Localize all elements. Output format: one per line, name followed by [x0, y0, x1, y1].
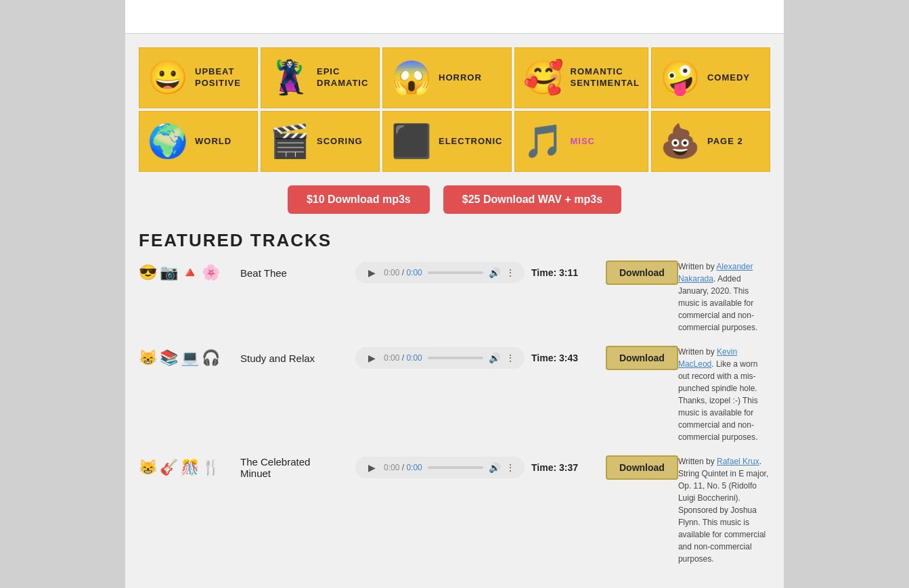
- scoring-icon: 🎬: [269, 125, 310, 158]
- misc-label: MISC: [571, 136, 596, 148]
- progress-bar-2[interactable]: [428, 466, 483, 469]
- track-name-1: Study and Relax: [240, 353, 349, 364]
- upbeat-positive-label: UPBEAT POSITIVE: [195, 66, 241, 89]
- main-container: 😀UPBEAT POSITIVE🦹EPIC DRAMATIC😱HORROR🥰RO…: [125, 34, 784, 588]
- more-button-1[interactable]: ⋮: [506, 353, 515, 363]
- track-left-0: 😎📷🔺🌸Beat Thee▶0:00 / 0:00🔊⋮Time: 3:11Dow…: [139, 261, 678, 285]
- download-buttons: $10 Download mp3s $25 Download WAV + mp3…: [139, 185, 770, 214]
- track-time-1: Time: 3:43: [531, 353, 599, 363]
- epic-dramatic-label: EPIC DRAMATIC: [317, 66, 368, 89]
- play-button-1[interactable]: ▶: [365, 351, 378, 365]
- audio-player-0: ▶0:00 / 0:00🔊⋮: [355, 262, 525, 284]
- progress-bar-0[interactable]: [428, 271, 483, 274]
- track-row-1: 😸📚💻🎧Study and Relax▶0:00 / 0:00🔊⋮Time: 3…: [139, 346, 770, 443]
- world-label: WORLD: [195, 136, 231, 148]
- comedy-label: COMEDY: [707, 72, 750, 84]
- track-icon: 📷: [160, 264, 178, 281]
- download-mp3-button[interactable]: $10 Download mp3s: [288, 185, 430, 214]
- electronic-label: ELECTRONIC: [439, 136, 503, 148]
- track-icon: 😸: [139, 459, 157, 476]
- track-icon: 🎸: [160, 459, 178, 476]
- track-left-1: 😸📚💻🎧Study and Relax▶0:00 / 0:00🔊⋮Time: 3…: [139, 346, 678, 370]
- time-display-0: 0:00 / 0:00: [384, 268, 422, 277]
- featured-tracks-title: FEATURED TRACKS: [139, 230, 770, 251]
- track-author-link-1[interactable]: Kevin MacLeod: [678, 347, 737, 369]
- progress-bar-1[interactable]: [428, 357, 483, 359]
- more-button-0[interactable]: ⋮: [506, 267, 515, 278]
- track-icons-2: 😸🎸🎊🍴: [139, 459, 234, 476]
- track-icon: 🍴: [202, 459, 220, 476]
- download-wav-button[interactable]: $25 Download WAV + mp3s: [443, 185, 621, 214]
- scoring-label: SCORING: [317, 136, 363, 148]
- horror-label: HORROR: [439, 72, 482, 84]
- volume-button-2[interactable]: 🔊: [489, 462, 500, 473]
- track-icons-1: 😸📚💻🎧: [139, 349, 234, 367]
- track-icon: 🎧: [202, 349, 220, 367]
- time-display-2: 0:00 / 0:00: [384, 463, 422, 472]
- track-author-link-0[interactable]: Alexander Nakarada: [678, 262, 753, 284]
- track-icon: 🔺: [181, 264, 199, 281]
- audio-player-1: ▶0:00 / 0:00🔊⋮: [355, 347, 525, 369]
- track-time-2: Time: 3:37: [531, 462, 599, 473]
- download-button-0[interactable]: Download: [606, 261, 678, 285]
- track-icon: 🌸: [202, 264, 220, 281]
- romantic-sentimental-icon: 🥰: [523, 62, 564, 94]
- genre-tile-electronic[interactable]: ⬛ELECTRONIC: [382, 111, 512, 172]
- track-left-2: 😸🎸🎊🍴The Celebrated Minuet▶0:00 / 0:00🔊⋮T…: [139, 455, 678, 480]
- upbeat-positive-icon: 😀: [148, 62, 188, 94]
- genre-tile-epic-dramatic[interactable]: 🦹EPIC DRAMATIC: [261, 47, 380, 108]
- genre-grid: 😀UPBEAT POSITIVE🦹EPIC DRAMATIC😱HORROR🥰RO…: [139, 47, 770, 172]
- genre-tile-upbeat-positive[interactable]: 😀UPBEAT POSITIVE: [139, 47, 258, 108]
- genre-tile-romantic-sentimental[interactable]: 🥰ROMANTIC SENTIMENTAL: [514, 47, 648, 108]
- play-button-0[interactable]: ▶: [365, 266, 378, 279]
- download-button-1[interactable]: Download: [606, 346, 678, 370]
- misc-icon: 🎵: [523, 125, 564, 158]
- genre-tile-page2[interactable]: 💩PAGE 2: [651, 111, 770, 172]
- horror-icon: 😱: [391, 62, 432, 94]
- download-button-2[interactable]: Download: [606, 455, 678, 480]
- audio-player-2: ▶0:00 / 0:00🔊⋮: [355, 457, 525, 478]
- track-icon: 📚: [160, 349, 178, 367]
- page2-label: PAGE 2: [707, 136, 743, 148]
- volume-button-1[interactable]: 🔊: [489, 353, 500, 363]
- top-bar: [125, 0, 784, 34]
- track-icon: 🎊: [181, 459, 199, 476]
- track-icon: 😎: [139, 264, 157, 281]
- track-description-0: Written by Alexander Nakarada. Added Jan…: [678, 261, 770, 334]
- genre-tile-comedy[interactable]: 🤪COMEDY: [651, 47, 770, 108]
- tracks-area: 😎📷🔺🌸Beat Thee▶0:00 / 0:00🔊⋮Time: 3:11Dow…: [139, 261, 770, 577]
- time-display-1: 0:00 / 0:00: [384, 353, 422, 363]
- genre-tile-misc[interactable]: 🎵MISC: [514, 111, 648, 172]
- genre-tile-horror[interactable]: 😱HORROR: [382, 47, 512, 108]
- track-row-0: 😎📷🔺🌸Beat Thee▶0:00 / 0:00🔊⋮Time: 3:11Dow…: [139, 261, 770, 334]
- comedy-icon: 🤪: [660, 62, 701, 94]
- page2-icon: 💩: [660, 125, 701, 158]
- more-button-2[interactable]: ⋮: [506, 462, 515, 473]
- track-row-2: 😸🎸🎊🍴The Celebrated Minuet▶0:00 / 0:00🔊⋮T…: [139, 455, 770, 565]
- track-name-2: The Celebrated Minuet: [240, 456, 349, 479]
- track-description-2: Written by Rafael Krux. String Quintet i…: [678, 455, 770, 565]
- world-icon: 🌍: [148, 125, 188, 158]
- electronic-icon: ⬛: [391, 125, 432, 158]
- genre-tile-scoring[interactable]: 🎬SCORING: [261, 111, 380, 172]
- volume-button-0[interactable]: 🔊: [489, 267, 500, 278]
- play-button-2[interactable]: ▶: [365, 461, 378, 474]
- track-time-0: Time: 3:11: [531, 267, 599, 278]
- track-icons-0: 😎📷🔺🌸: [139, 264, 234, 281]
- track-icon: 💻: [181, 349, 199, 367]
- epic-dramatic-icon: 🦹: [269, 62, 310, 94]
- track-icon: 😸: [139, 349, 157, 367]
- track-author-link-2[interactable]: Rafael Krux: [717, 457, 759, 466]
- romantic-sentimental-label: ROMANTIC SENTIMENTAL: [571, 66, 640, 89]
- genre-tile-world[interactable]: 🌍WORLD: [139, 111, 258, 172]
- track-name-0: Beat Thee: [240, 267, 349, 279]
- track-description-1: Written by Kevin MacLeod. Like a worn ou…: [678, 346, 770, 443]
